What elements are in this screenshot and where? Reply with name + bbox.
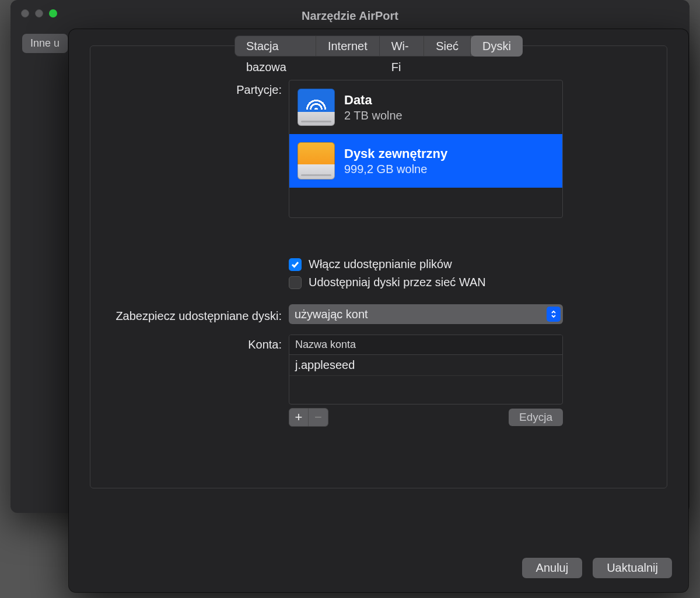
file-sharing-label: Włącz udostępnianie plików xyxy=(309,258,452,271)
other-devices-button[interactable]: Inne u xyxy=(22,34,68,53)
settings-sheet: Stacja bazowa Internet Wi-Fi Sieć Dyski … xyxy=(69,29,688,592)
airport-disk-icon xyxy=(298,89,335,126)
tab-network[interactable]: Sieć xyxy=(424,36,471,57)
tab-internet[interactable]: Internet xyxy=(316,36,380,57)
accounts-label: Konta: xyxy=(108,335,289,351)
cancel-button[interactable]: Anuluj xyxy=(522,558,583,578)
tab-disks[interactable]: Dyski xyxy=(471,36,523,57)
external-disk-icon xyxy=(298,142,335,180)
titlebar: Narzędzie AirPort xyxy=(10,0,690,26)
updown-icon xyxy=(547,307,561,322)
secure-mode-select[interactable]: używając kont xyxy=(289,304,563,324)
partitions-label: Partycje: xyxy=(108,80,289,97)
wan-label: Udostępniaj dyski przez sieć WAN xyxy=(309,276,486,289)
partition-name: Data xyxy=(344,93,402,108)
wan-checkbox[interactable] xyxy=(289,276,302,289)
tab-base-station[interactable]: Stacja bazowa xyxy=(235,36,316,57)
partition-free-space: 999,2 GB wolne xyxy=(344,163,447,176)
partition-free-space: 2 TB wolne xyxy=(344,109,402,122)
close-icon[interactable] xyxy=(21,9,29,17)
file-sharing-checkbox-row: Włącz udostępnianie plików xyxy=(289,258,563,271)
edit-account-button[interactable]: Edycja xyxy=(509,409,563,426)
wan-checkbox-row: Udostępniaj dyski przez sieć WAN xyxy=(289,276,563,289)
partitions-list: Data 2 TB wolne Dysk zewnętrzny 999,2 GB… xyxy=(289,80,563,218)
secure-label: Zabezpiecz udostępniane dyski: xyxy=(108,306,289,323)
file-sharing-checkbox[interactable] xyxy=(289,258,302,271)
accounts-header: Nazwa konta xyxy=(289,335,562,355)
tab-wifi[interactable]: Wi-Fi xyxy=(380,36,424,57)
window-controls xyxy=(21,9,57,17)
sheet-footer: Anuluj Uaktualnij xyxy=(69,551,688,592)
add-account-button[interactable]: + xyxy=(289,408,309,427)
partition-name: Dysk zewnętrzny xyxy=(344,146,447,161)
settings-group: Stacja bazowa Internet Wi-Fi Sieć Dyski … xyxy=(90,45,667,488)
account-row[interactable]: j.appleseed xyxy=(289,355,562,376)
zoom-icon[interactable] xyxy=(49,9,57,17)
accounts-table: Nazwa konta j.appleseed xyxy=(289,335,563,404)
remove-account-button[interactable]: − xyxy=(309,408,328,427)
secure-mode-value: używając kont xyxy=(295,308,368,321)
update-button[interactable]: Uaktualnij xyxy=(593,558,672,578)
minimize-icon[interactable] xyxy=(35,9,43,17)
tab-bar: Stacja bazowa Internet Wi-Fi Sieć Dyski xyxy=(235,36,523,57)
window-title: Narzędzie AirPort xyxy=(10,3,690,23)
partition-item[interactable]: Dysk zewnętrzny 999,2 GB wolne xyxy=(289,134,562,188)
partition-item[interactable]: Data 2 TB wolne xyxy=(289,80,562,134)
